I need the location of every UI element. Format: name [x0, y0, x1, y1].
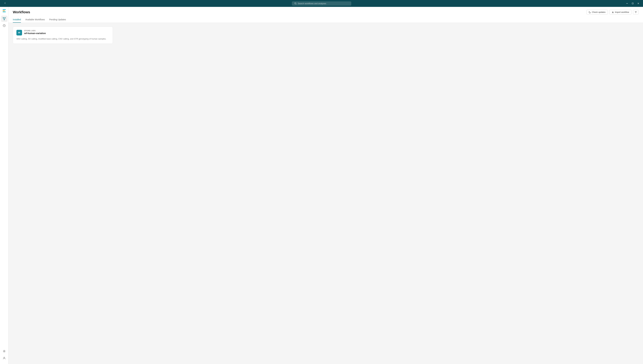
workflow-icon-svg — [18, 31, 21, 34]
sidebar-item-history[interactable] — [1, 22, 7, 29]
refresh-icon — [589, 11, 591, 13]
tab-installed[interactable]: Installed — [13, 17, 21, 23]
svg-point-8 — [4, 357, 5, 358]
gear-icon — [3, 350, 6, 353]
filter-icon — [635, 11, 637, 13]
svg-point-7 — [4, 351, 5, 352]
logo-bar-3 — [3, 12, 6, 12]
tab-pending-updates[interactable]: Pending Updates — [49, 17, 66, 23]
main-layout: Workflows Check updates — [0, 7, 643, 364]
svg-point-5 — [4, 19, 4, 20]
back-button[interactable] — [2, 1, 8, 6]
app-logo — [2, 8, 7, 13]
main-content: Workflows Check updates — [8, 7, 643, 364]
workflow-card-header: EPI2ME-LABS wf-human-variation — [16, 30, 109, 36]
tabs: Installed Available Workflows Pending Up… — [13, 17, 638, 23]
workflow-card[interactable]: EPI2ME-LABS wf-human-variation SNV calli… — [13, 26, 113, 44]
svg-rect-2 — [632, 3, 634, 4]
content-header: Workflows Check updates — [8, 7, 643, 23]
workflow-org: EPI2ME-LABS — [24, 30, 46, 32]
sidebar-nav — [1, 16, 7, 348]
minimize-button[interactable] — [625, 1, 629, 6]
workflow-description: SNV calling, SV calling, modified base c… — [16, 37, 109, 40]
search-bar[interactable]: Search workflows and analyses — [292, 2, 351, 6]
user-icon — [3, 356, 6, 360]
svg-rect-1 — [626, 3, 628, 4]
workflows-icon — [3, 17, 6, 20]
workflow-icon — [16, 30, 22, 36]
history-icon — [3, 24, 6, 27]
import-workflow-button[interactable]: Import workflow — [610, 10, 632, 14]
check-updates-label: Check updates — [592, 11, 606, 13]
filter-button[interactable] — [633, 10, 638, 14]
sidebar-item-settings[interactable] — [1, 348, 7, 354]
page-title: Workflows — [13, 10, 30, 14]
sidebar-item-account[interactable] — [1, 355, 7, 361]
sidebar-bottom — [1, 348, 7, 362]
sidebar-item-workflows[interactable] — [1, 16, 7, 22]
close-button[interactable] — [636, 1, 640, 6]
titlebar: Search workflows and analyses — [0, 0, 643, 7]
maximize-button[interactable] — [630, 1, 635, 6]
tab-available-workflows[interactable]: Available Workflows — [25, 17, 45, 23]
content-body: EPI2ME-LABS wf-human-variation SNV calli… — [8, 23, 643, 364]
workflow-meta: EPI2ME-LABS wf-human-variation — [24, 30, 46, 34]
svg-rect-9 — [18, 32, 20, 34]
check-updates-button[interactable]: Check updates — [586, 10, 608, 14]
download-icon — [612, 11, 614, 13]
page-title-row: Workflows Check updates — [13, 10, 638, 14]
workflow-name: wf-human-variation — [24, 32, 46, 34]
search-icon — [294, 2, 296, 4]
sidebar — [0, 7, 8, 364]
app-window: Search workflows and analyses — [0, 0, 643, 364]
logo-bar-2 — [3, 10, 5, 11]
window-controls — [625, 1, 640, 6]
import-workflow-label: Import workflow — [615, 11, 629, 13]
search-placeholder: Search workflows and analyses — [298, 2, 326, 5]
header-actions: Check updates Import workflow — [586, 10, 638, 14]
logo-bar-1 — [3, 9, 6, 10]
